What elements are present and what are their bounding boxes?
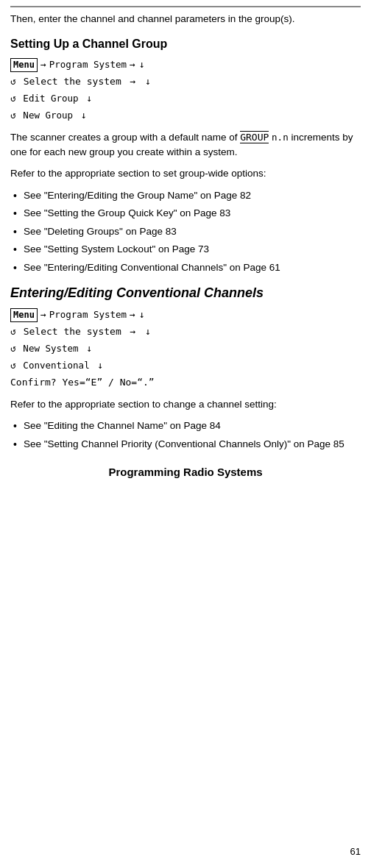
- edit-group: Edit Group: [18, 92, 79, 105]
- s2-arrow-right-3: →: [124, 325, 141, 339]
- nav-line-4: ↺ New Group ↓: [10, 109, 361, 123]
- program-system-2: Program System: [49, 308, 127, 321]
- bullet-2: See "Setting the Group Quick Key" on Pag…: [10, 206, 361, 221]
- select-system-1: Select the system: [18, 75, 121, 89]
- arrow-down-3: ↓: [81, 92, 93, 106]
- nav-line-s2-3: ↺ New System ↓: [10, 342, 361, 356]
- rotate-icon-s2-2: ↺: [10, 342, 16, 356]
- section2-title: Entering/Editing Conventional Channels: [10, 285, 361, 302]
- section1: Setting Up a Channel Group Menu → Progra…: [10, 35, 361, 275]
- bottom-title: Programming Radio Systems: [10, 464, 361, 480]
- arrow-right-2: →: [130, 58, 135, 72]
- conventional: Conventional: [18, 359, 90, 372]
- intro-text: Then, enter the channel and channel para…: [10, 12, 361, 26]
- rotate-icon-s2-3: ↺: [10, 359, 16, 373]
- bullet-1: See "Entering/Editing the Group Name" on…: [10, 188, 361, 203]
- s2-arrow-down-4: ↓: [92, 359, 104, 373]
- arrow-down-2: ↓: [145, 75, 151, 89]
- s2-bullet-1: See "Editing the Channel Name" on Page 8…: [10, 419, 361, 433]
- nav-line-3: ↺ Edit Group ↓: [10, 92, 361, 106]
- arrow-right-1: →: [40, 58, 46, 72]
- page-number: 61: [350, 845, 361, 859]
- new-group: New Group: [18, 109, 73, 122]
- bullet-4: See "Setting System Lockout" on Page 73: [10, 242, 361, 257]
- group-n: n.n: [272, 132, 289, 143]
- arrow-right-3: →: [124, 75, 141, 89]
- section1-body2: Refer to the appropriate section to set …: [10, 166, 361, 181]
- rotate-icon-s2-1: ↺: [10, 325, 16, 339]
- menu-box-1: Menu: [10, 58, 38, 72]
- rotate-icon-3: ↺: [10, 109, 16, 123]
- program-system-1: Program System: [49, 58, 127, 71]
- confirm-line: Confirm? Yes=“E” / No=“.”: [10, 376, 361, 390]
- nav-line-2: ↺ Select the system → ↓: [10, 75, 361, 89]
- s2-bullet-2: See "Setting Channel Priority (Conventio…: [10, 437, 361, 452]
- rotate-icon-1: ↺: [10, 75, 16, 89]
- rotate-icon-2: ↺: [10, 92, 16, 106]
- section1-bullets: See "Entering/Editing the Group Name" on…: [10, 188, 361, 275]
- nav-line-s2-1: Menu → Program System → ↓: [10, 308, 361, 322]
- bullet-5: See "Entering/Editing Conventional Chann…: [10, 260, 361, 275]
- section2-bullets: See "Editing the Channel Name" on Page 8…: [10, 419, 361, 451]
- group-code: GROUP: [240, 131, 269, 143]
- nav-line-s2-2: ↺ Select the system → ↓: [10, 325, 361, 339]
- s2-arrow-down-1: ↓: [139, 308, 145, 322]
- new-system: New System: [18, 342, 79, 355]
- section1-title: Setting Up a Channel Group: [10, 35, 361, 52]
- s2-arrow-right-2: →: [130, 308, 135, 322]
- s2-arrow-down-3: ↓: [81, 342, 93, 356]
- bullet-3: See "Deleting Groups" on Page 83: [10, 224, 361, 239]
- top-border: [10, 6, 361, 7]
- arrow-down-4: ↓: [75, 109, 87, 123]
- page: Then, enter the channel and channel para…: [0, 0, 371, 868]
- section1-body1: The scanner creates a group with a defau…: [10, 130, 361, 159]
- s2-arrow-down-2: ↓: [145, 325, 151, 339]
- section2: Entering/Editing Conventional Channels M…: [10, 285, 361, 451]
- select-system-2: Select the system: [18, 325, 121, 339]
- s2-arrow-right-1: →: [40, 308, 46, 322]
- nav-line-1: Menu → Program System → ↓: [10, 58, 361, 72]
- menu-box-2: Menu: [10, 308, 38, 322]
- arrow-down-1: ↓: [139, 58, 145, 72]
- section2-body1: Refer to the appropriate section to chan…: [10, 397, 361, 412]
- nav-line-s2-4: ↺ Conventional ↓: [10, 359, 361, 373]
